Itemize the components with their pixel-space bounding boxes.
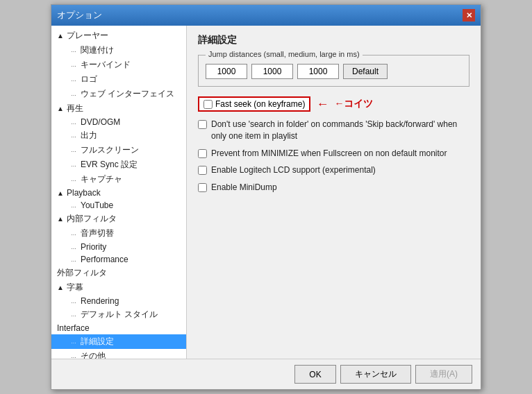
youtube-dash-icon: … bbox=[71, 203, 78, 209]
dvd-ogm-dash-icon: … bbox=[71, 119, 78, 126]
web-interface-dash-icon: … bbox=[71, 91, 78, 97]
sidebar-label-interface: Interface bbox=[57, 323, 90, 333]
apply-button[interactable]: 適用(A) bbox=[415, 365, 472, 384]
close-button[interactable]: ✕ bbox=[463, 9, 475, 22]
main-panel: 詳細設定 Jump distances (small, medium, larg… bbox=[187, 26, 481, 359]
checkbox-row-no-search-folder: Don't use 'search in folder' on commands… bbox=[198, 119, 469, 142]
section-title: 詳細設定 bbox=[198, 34, 469, 46]
fullscreen-dash-icon: … bbox=[71, 147, 78, 153]
sidebar-item-interface[interactable]: Interface bbox=[51, 322, 186, 334]
sidebar-label-performance: Performance bbox=[81, 255, 128, 264]
audio-switch-dash-icon: … bbox=[71, 230, 78, 237]
sidebar-item-web-interface[interactable]: …ウェブ インターフェイス bbox=[51, 87, 186, 101]
jump-distances-group: Jump distances (small, medium, large in … bbox=[198, 55, 469, 87]
sidebar-item-playback[interactable]: ▲再生 bbox=[51, 101, 186, 116]
cancel-button[interactable]: キャンセル bbox=[340, 365, 411, 384]
output-dash-icon: … bbox=[71, 132, 78, 139]
checkbox-label-minidump: Enable MiniDump bbox=[211, 182, 277, 194]
sidebar-item-capture[interactable]: …キャプチャ bbox=[51, 172, 186, 187]
fast-seek-checkbox[interactable] bbox=[203, 100, 213, 109]
options-dialog: オプション ✕ ▲プレーヤー…関連付け…キーバインド…ロゴ…ウェブ インターフェ… bbox=[51, 4, 481, 390]
jump-medium-input[interactable] bbox=[251, 64, 293, 79]
player-arrow-icon: ▲ bbox=[57, 32, 64, 40]
sidebar-label-keybind: キーバインド bbox=[81, 59, 131, 71]
jump-small-input[interactable] bbox=[206, 64, 247, 79]
sidebar-label-fullscreen: フルスクリーン bbox=[81, 144, 139, 156]
internal-filter-arrow-icon: ▲ bbox=[57, 215, 64, 223]
ok-button[interactable]: OK bbox=[294, 365, 336, 384]
fast-seek-row: Fast seek (on keyframe) ← ←コイツ bbox=[198, 96, 469, 112]
checkbox-logitech-lcd[interactable] bbox=[198, 166, 207, 175]
sidebar-item-association[interactable]: …関連付け bbox=[51, 43, 186, 58]
checkbox-row-logitech-lcd: Enable Logitech LCD support (experimenta… bbox=[198, 164, 469, 176]
sidebar-item-keybind[interactable]: …キーバインド bbox=[51, 58, 186, 72]
priority-dash-icon: … bbox=[71, 244, 78, 250]
sidebar-item-player[interactable]: ▲プレーヤー bbox=[51, 28, 186, 43]
jump-large-input[interactable] bbox=[297, 64, 339, 79]
other-dash-icon: … bbox=[71, 353, 78, 359]
sidebar-label-web-interface: ウェブ インターフェイス bbox=[81, 88, 174, 100]
checkbox-label-logitech-lcd: Enable Logitech LCD support (experimenta… bbox=[211, 164, 376, 176]
checkbox-no-search-folder[interactable] bbox=[198, 120, 207, 129]
logo-dash-icon: … bbox=[71, 76, 78, 83]
sidebar-label-audio-switch: 音声切替 bbox=[81, 228, 114, 239]
subtitle-arrow-icon: ▲ bbox=[57, 284, 64, 291]
checkbox-no-minimize[interactable] bbox=[198, 149, 207, 158]
default-style-dash-icon: … bbox=[71, 311, 78, 318]
advanced-dash-icon: … bbox=[71, 339, 78, 345]
fast-seek-annotation: ←コイツ bbox=[334, 98, 373, 110]
sidebar-item-fullscreen[interactable]: …フルスクリーン bbox=[51, 143, 186, 157]
performance-dash-icon: … bbox=[71, 257, 78, 263]
sidebar-item-dvd-ogm[interactable]: …DVD/OGM bbox=[51, 116, 186, 128]
sidebar-item-playback2[interactable]: ▲Playback bbox=[51, 187, 186, 199]
checkbox-row-no-minimize: Prevent from MINIMIZE when Fullscreen on… bbox=[198, 148, 469, 160]
fast-seek-arrow-icon: ← bbox=[316, 97, 329, 112]
sidebar-item-performance[interactable]: …Performance bbox=[51, 253, 186, 266]
sidebar-item-other[interactable]: …その他 bbox=[51, 349, 186, 359]
sidebar-label-logo: ロゴ bbox=[81, 74, 97, 85]
sidebar-item-subtitle[interactable]: ▲字幕 bbox=[51, 280, 186, 295]
title-bar: オプション ✕ bbox=[51, 5, 481, 26]
checkbox-row-minidump: Enable MiniDump bbox=[198, 182, 469, 194]
sidebar-label-rendering: Rendering bbox=[81, 296, 119, 306]
sidebar-item-output[interactable]: …出力 bbox=[51, 128, 186, 143]
checkbox-minidump[interactable] bbox=[198, 183, 207, 192]
sidebar-label-evr-sync: EVR Sync 設定 bbox=[81, 159, 138, 171]
default-button[interactable]: Default bbox=[343, 64, 388, 79]
sidebar-label-dvd-ogm: DVD/OGM bbox=[81, 117, 120, 127]
capture-dash-icon: … bbox=[71, 176, 78, 182]
checkbox-label-no-search-folder: Don't use 'search in folder' on commands… bbox=[211, 119, 469, 142]
evr-sync-dash-icon: … bbox=[71, 162, 78, 168]
sidebar-item-logo[interactable]: …ロゴ bbox=[51, 72, 186, 87]
checkboxes-container: Don't use 'search in folder' on commands… bbox=[198, 119, 469, 194]
sidebar-label-subtitle: 字幕 bbox=[67, 282, 83, 293]
dialog-body: ▲プレーヤー…関連付け…キーバインド…ロゴ…ウェブ インターフェイス▲再生…DV… bbox=[51, 26, 481, 359]
sidebar-item-default-style[interactable]: …デフォルト スタイル bbox=[51, 307, 186, 322]
sidebar-label-capture: キャプチャ bbox=[81, 173, 122, 185]
playback-arrow-icon: ▲ bbox=[57, 105, 64, 112]
sidebar-item-youtube[interactable]: …YouTube bbox=[51, 199, 186, 212]
sidebar-item-internal-filter[interactable]: ▲内部フィルタ bbox=[51, 212, 186, 226]
sidebar-label-advanced: 詳細設定 bbox=[81, 336, 114, 348]
dialog-title: オプション bbox=[57, 9, 102, 22]
sidebar-label-player: プレーヤー bbox=[67, 30, 108, 42]
sidebar-label-youtube: YouTube bbox=[81, 200, 113, 210]
keybind-dash-icon: … bbox=[71, 62, 78, 68]
checkbox-label-no-minimize: Prevent from MINIMIZE when Fullscreen on… bbox=[211, 148, 447, 160]
sidebar-label-priority: Priority bbox=[81, 242, 106, 252]
sidebar-item-rendering[interactable]: …Rendering bbox=[51, 295, 186, 307]
sidebar-item-priority[interactable]: …Priority bbox=[51, 241, 186, 253]
fast-seek-label: Fast seek (on keyframe) bbox=[215, 99, 305, 109]
association-dash-icon: … bbox=[71, 47, 78, 53]
sidebar-label-internal-filter: 内部フィルタ bbox=[67, 213, 117, 225]
sidebar-label-playback2: Playback bbox=[67, 188, 101, 198]
sidebar-label-other: その他 bbox=[81, 350, 106, 359]
sidebar-item-advanced[interactable]: …詳細設定 bbox=[51, 334, 186, 349]
sidebar-item-external-filter[interactable]: 外部フィルタ bbox=[51, 266, 186, 280]
sidebar-item-evr-sync[interactable]: …EVR Sync 設定 bbox=[51, 157, 186, 172]
sidebar-label-default-style: デフォルト スタイル bbox=[81, 309, 158, 320]
sidebar-label-external-filter: 外部フィルタ bbox=[57, 267, 107, 279]
sidebar-label-association: 関連付け bbox=[81, 44, 114, 56]
sidebar-label-playback: 再生 bbox=[67, 103, 83, 114]
sidebar-item-audio-switch[interactable]: …音声切替 bbox=[51, 226, 186, 241]
